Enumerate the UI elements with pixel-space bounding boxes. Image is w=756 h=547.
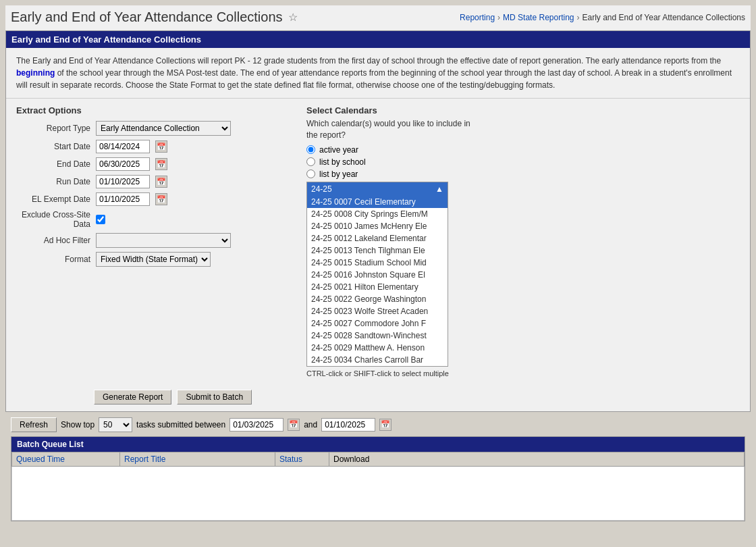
batch-start-date-input[interactable] bbox=[230, 418, 284, 432]
and-label: and bbox=[304, 420, 317, 429]
run-date-row: Run Date 📅 bbox=[16, 175, 286, 188]
section-header: Early and End of Year Attendance Collect… bbox=[6, 31, 750, 48]
calendar-list-item[interactable]: 24-25 0010 James McHenry Ele bbox=[307, 220, 448, 232]
radio-active-year-row: active year bbox=[306, 145, 482, 155]
ctrl-hint: CTRL-click or SHIFT-click to select mult… bbox=[306, 369, 482, 377]
status-sort-link[interactable]: Status bbox=[279, 454, 302, 464]
el-exempt-date-label: EL Exempt Date bbox=[16, 194, 90, 204]
adhoc-filter-label: Ad Hoc Filter bbox=[16, 236, 90, 245]
submit-to-batch-button[interactable]: Submit to Batch bbox=[177, 390, 252, 405]
report-type-row: Report Type Early Attendance Collection … bbox=[16, 121, 286, 136]
queued-time-sort-link[interactable]: Queued Time bbox=[16, 454, 65, 464]
report-title-sort-link[interactable]: Report Title bbox=[124, 454, 165, 464]
calendar-list-item[interactable]: 24-25 0013 Tench Tilghman Ele bbox=[307, 244, 448, 257]
select-calendars-panel: Select Calendars Which calendar(s) would… bbox=[306, 105, 482, 377]
start-date-calendar-icon[interactable]: 📅 bbox=[155, 140, 167, 153]
col-queued-time: Queued Time bbox=[12, 452, 120, 466]
col-report-title: Report Title bbox=[120, 452, 275, 466]
calendar-list-item[interactable]: 24-25 0007 Cecil Elementary bbox=[307, 196, 448, 208]
breadcrumb-current: Early and End of Year Attendance Collect… bbox=[583, 13, 746, 22]
exclude-cross-site-label: Exclude Cross-Site Data bbox=[16, 210, 90, 229]
radio-active-year-label: active year bbox=[319, 145, 358, 155]
start-date-label: Start Date bbox=[16, 142, 90, 151]
calendar-list-item[interactable]: 24-25 0034 Charles Carroll Bar bbox=[307, 354, 448, 366]
report-type-label: Report Type bbox=[16, 124, 90, 133]
breadcrumb-reporting[interactable]: Reporting bbox=[460, 13, 495, 22]
calendar-list-header: 24-25 ▲ bbox=[307, 182, 448, 196]
end-date-row: End Date 📅 bbox=[16, 157, 286, 171]
extract-options-panel: Extract Options Report Type Early Attend… bbox=[16, 105, 286, 377]
start-date-row: Start Date 📅 bbox=[16, 140, 286, 153]
adhoc-filter-row: Ad Hoc Filter bbox=[16, 233, 286, 248]
end-date-input[interactable] bbox=[96, 157, 150, 171]
exclude-cross-site-row: Exclude Cross-Site Data bbox=[16, 210, 286, 229]
select-calendars-label: Select Calendars bbox=[306, 105, 482, 115]
favorite-icon[interactable]: ☆ bbox=[288, 11, 298, 24]
calendar-list-item[interactable]: 24-25 0012 Lakeland Elementar bbox=[307, 232, 448, 244]
col-download: Download bbox=[329, 452, 745, 466]
breadcrumb-sep-1: › bbox=[497, 13, 500, 22]
breadcrumb: Reporting › MD State Reporting › Early a… bbox=[460, 13, 745, 22]
action-buttons: Generate Report Submit to Batch bbox=[6, 384, 750, 411]
radio-active-year[interactable] bbox=[306, 145, 315, 154]
calendar-list-item[interactable]: 24-25 0008 City Springs Elem/M bbox=[307, 208, 448, 220]
description: The Early and End of Year Attendance Col… bbox=[6, 48, 750, 99]
extract-options-label: Extract Options bbox=[16, 105, 286, 115]
tasks-submitted-label: tasks submitted between bbox=[136, 420, 225, 429]
run-date-calendar-icon[interactable]: 📅 bbox=[155, 176, 167, 188]
batch-queue-header: Batch Queue List bbox=[11, 437, 745, 452]
format-row: Format Fixed Width (State Format) Tab Se… bbox=[16, 252, 286, 267]
page-title: Early and End of Year Attendance Collect… bbox=[11, 9, 298, 25]
calendar-list-item[interactable]: 24-25 0016 Johnston Square El bbox=[307, 269, 448, 281]
page-title-text: Early and End of Year Attendance Collect… bbox=[11, 9, 283, 25]
calendar-list-item[interactable]: 24-25 0015 Stadium School Mid bbox=[307, 257, 448, 269]
end-date-calendar-icon[interactable]: 📅 bbox=[155, 158, 167, 170]
breadcrumb-md-state[interactable]: MD State Reporting bbox=[503, 13, 574, 22]
run-date-input[interactable] bbox=[96, 175, 150, 188]
el-exempt-date-row: EL Exempt Date 📅 bbox=[16, 192, 286, 206]
radio-list-by-year-label: list by year bbox=[319, 170, 358, 179]
calendar-list-item[interactable]: 24-25 0023 Wolfe Street Acaden bbox=[307, 305, 448, 317]
table-row bbox=[12, 466, 745, 520]
batch-start-calendar-icon[interactable]: 📅 bbox=[288, 419, 300, 431]
radio-list-by-year[interactable] bbox=[306, 170, 315, 178]
radio-list-by-year-row: list by year bbox=[306, 170, 482, 179]
el-exempt-date-input[interactable] bbox=[96, 192, 150, 206]
bottom-section: Refresh Show top 50 100 200 tasks submit… bbox=[5, 412, 751, 527]
calendar-list-scroll-icon: ▲ bbox=[435, 184, 443, 194]
batch-controls: Refresh Show top 50 100 200 tasks submit… bbox=[11, 417, 745, 432]
batch-end-date-input[interactable] bbox=[321, 418, 375, 432]
start-date-input[interactable] bbox=[96, 140, 150, 153]
radio-list-by-school-label: list by school bbox=[319, 157, 366, 167]
calendar-list-item[interactable]: 24-25 0027 Commodore John F bbox=[307, 317, 448, 330]
format-select[interactable]: Fixed Width (State Format) Tab Separated… bbox=[96, 252, 211, 267]
batch-end-calendar-icon[interactable]: 📅 bbox=[379, 419, 392, 431]
refresh-button[interactable]: Refresh bbox=[11, 417, 57, 432]
breadcrumb-sep-2: › bbox=[577, 13, 580, 22]
report-type-select[interactable]: Early Attendance Collection End of Year … bbox=[96, 121, 231, 136]
col-status: Status bbox=[275, 452, 329, 466]
batch-queue-container: Batch Queue List Queued Time Report Titl… bbox=[11, 436, 745, 521]
batch-queue-table: Queued Time Report Title Status Download bbox=[11, 452, 745, 521]
calendar-list-item[interactable]: 24-25 0029 Matthew A. Henson bbox=[307, 342, 448, 354]
format-label: Format bbox=[16, 255, 90, 264]
generate-report-button[interactable]: Generate Report bbox=[94, 390, 171, 405]
el-exempt-calendar-icon[interactable]: 📅 bbox=[155, 193, 167, 205]
calendar-list-item[interactable]: 24-25 0021 Hilton Elementary bbox=[307, 281, 448, 293]
radio-list-by-school[interactable] bbox=[306, 157, 315, 166]
show-top-select[interactable]: 50 100 200 bbox=[99, 417, 132, 432]
end-date-label: End Date bbox=[16, 159, 90, 169]
run-date-label: Run Date bbox=[16, 177, 90, 186]
calendar-list-item[interactable]: 24-25 0028 Sandtown-Winchest bbox=[307, 330, 448, 342]
main-content: Early and End of Year Attendance Collect… bbox=[5, 30, 751, 412]
calendar-list-body: 24-25 0007 Cecil Elementary24-25 0008 Ci… bbox=[307, 196, 448, 366]
calendar-list-year: 24-25 bbox=[311, 184, 332, 194]
show-top-label: Show top bbox=[61, 420, 94, 429]
calendar-list[interactable]: 24-25 ▲ 24-25 0007 Cecil Elementary24-25… bbox=[306, 182, 448, 367]
calendar-question: Which calendar(s) would you like to incl… bbox=[306, 118, 482, 141]
adhoc-filter-select[interactable] bbox=[96, 233, 231, 248]
exclude-cross-site-checkbox[interactable] bbox=[96, 215, 105, 224]
calendar-list-item[interactable]: 24-25 0022 George Washington bbox=[307, 293, 448, 305]
radio-list-by-school-row: list by school bbox=[306, 157, 482, 167]
